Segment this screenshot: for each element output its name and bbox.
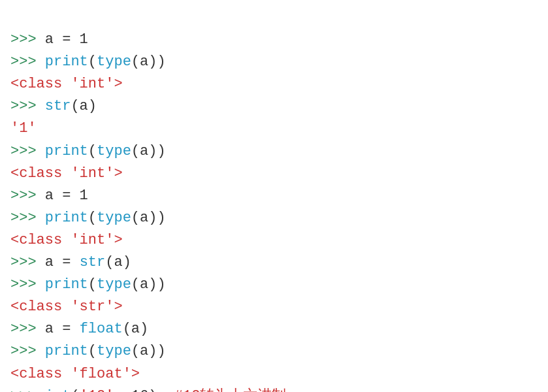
- code-segment: <class: [10, 165, 71, 182]
- code-segment: (a): [123, 321, 149, 337]
- code-segment: (: [88, 143, 97, 159]
- code-line: '1': [10, 118, 538, 140]
- code-segment: type: [97, 54, 131, 70]
- code-segment: type: [97, 210, 131, 226]
- code-segment: '12': [80, 388, 114, 392]
- code-segment: (a)): [131, 276, 166, 293]
- code-segment: a =: [45, 321, 80, 337]
- code-segment: >>>: [10, 143, 45, 159]
- code-line: >>> print(type(a)): [10, 274, 538, 296]
- code-segment: >>>: [10, 388, 45, 392]
- code-line: >>> a = 1: [10, 185, 538, 207]
- code-segment: >>>: [10, 188, 45, 204]
- code-segment: >: [114, 76, 122, 92]
- code-segment: float: [80, 321, 123, 337]
- code-segment: >>>: [10, 98, 45, 114]
- code-segment: <class: [10, 299, 71, 315]
- code-segment: >>>: [10, 31, 45, 48]
- code-line: <class 'float'>: [10, 363, 538, 385]
- code-line: >>> str(a): [10, 95, 538, 118]
- code-segment: 'int': [71, 165, 114, 182]
- code-segment: >: [131, 366, 140, 382]
- code-segment: (a)): [131, 54, 166, 70]
- code-segment: >: [114, 165, 122, 182]
- code-segment: (: [71, 388, 79, 392]
- code-segment: <class: [10, 366, 71, 382]
- code-line: >>> a = 1: [10, 29, 538, 51]
- code-line: >>> print(type(a)): [10, 51, 538, 73]
- code-output: >>> a = 1>>> print(type(a))<class 'int'>…: [10, 7, 538, 392]
- code-segment: <class: [10, 76, 71, 92]
- code-segment: <class: [10, 232, 71, 248]
- code-segment: int: [45, 388, 71, 392]
- code-segment: (: [88, 343, 97, 359]
- code-line: >>> print(type(a)): [10, 207, 538, 229]
- code-segment: 'float': [71, 366, 131, 382]
- code-segment: >: [114, 299, 122, 315]
- code-segment: a = 1: [45, 188, 88, 204]
- code-segment: print: [45, 343, 88, 359]
- code-line: <class 'int'>: [10, 229, 538, 252]
- code-segment: >>>: [10, 254, 45, 270]
- code-segment: (: [88, 54, 97, 70]
- code-segment: (a): [105, 254, 131, 270]
- code-line: <class 'str'>: [10, 296, 538, 318]
- code-segment: , 16): [114, 388, 174, 392]
- code-segment: type: [97, 143, 131, 159]
- code-segment: >>>: [10, 276, 45, 293]
- code-segment: #12转为十六进制: [174, 388, 287, 392]
- code-line: >>> print(type(a)): [10, 340, 538, 363]
- code-segment: >: [114, 232, 122, 248]
- code-segment: type: [97, 343, 131, 359]
- code-line: <class 'int'>: [10, 163, 538, 185]
- code-segment: (a)): [131, 143, 166, 159]
- code-segment: 'int': [71, 76, 114, 92]
- code-segment: (: [88, 210, 97, 226]
- code-segment: a = 1: [45, 31, 88, 48]
- code-segment: str: [80, 254, 106, 270]
- code-line: >>> int('12', 16) #12转为十六进制: [10, 385, 538, 392]
- code-line: >>> a = str(a): [10, 252, 538, 274]
- code-segment: (a): [71, 98, 97, 114]
- code-segment: '1': [10, 120, 37, 137]
- code-segment: >>>: [10, 321, 45, 337]
- code-segment: type: [97, 276, 131, 293]
- code-segment: print: [45, 210, 88, 226]
- code-segment: (a)): [131, 210, 166, 226]
- code-line: <class 'int'>: [10, 73, 538, 95]
- code-segment: print: [45, 54, 88, 70]
- code-segment: 'int': [71, 232, 114, 248]
- code-segment: (: [88, 276, 97, 293]
- code-segment: >>>: [10, 210, 45, 226]
- code-line: >>> a = float(a): [10, 318, 538, 340]
- code-segment: print: [45, 143, 88, 159]
- code-segment: >>>: [10, 343, 45, 359]
- code-segment: >>>: [10, 54, 45, 70]
- code-segment: a =: [45, 254, 80, 270]
- code-segment: 'str': [71, 299, 114, 315]
- code-segment: (a)): [131, 343, 166, 359]
- code-segment: print: [45, 276, 88, 293]
- code-segment: str: [45, 98, 71, 114]
- code-line: >>> print(type(a)): [10, 140, 538, 163]
